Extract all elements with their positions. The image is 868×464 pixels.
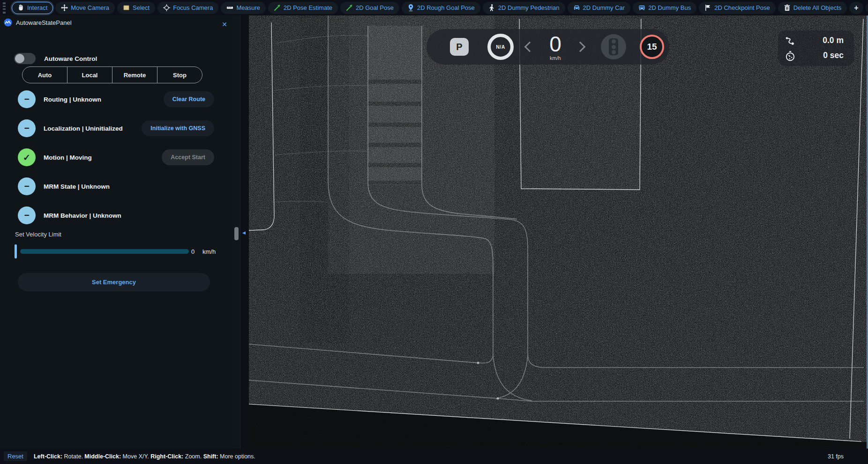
toolbar-button-focus-camera[interactable]: Focus Camera (157, 2, 218, 14)
status-unknown-minus-icon: − (18, 90, 36, 108)
toolbar-button-2d-checkpoint-pose[interactable]: 2D Checkpoint Pose (699, 2, 776, 14)
toolbar-button-label: 2D Rough Goal Pose (417, 4, 475, 11)
toolbar-button-2d-dummy-car[interactable]: 2D Dummy Car (568, 2, 631, 14)
velocity-limit-unit: km/h (202, 248, 216, 255)
crosshair-icon (163, 4, 170, 11)
toolbar-buttons: InteractMove CameraSelectFocus CameraMea… (12, 2, 868, 14)
status-unknown-minus-icon: − (18, 177, 36, 195)
toolbar-button-interact[interactable]: Interact (12, 2, 53, 14)
toolbar-button-2d-dummy-bus[interactable]: 2D Dummy Bus (633, 2, 696, 14)
velocity-limit-slider[interactable]: 0 km/h (0, 243, 233, 260)
toolbar-button-label: + (854, 4, 858, 12)
3d-viewport[interactable]: P N/A 0 km/h 15 0.0 m (249, 15, 868, 449)
panel-splitter[interactable]: ◀ (240, 15, 249, 449)
collapse-arrow-icon[interactable]: ◀ (242, 230, 246, 235)
toolbar-button-2d-dummy-pedestrian[interactable]: 2D Dummy Pedestrian (483, 2, 565, 14)
main-area: AutowareStatePanel ✕ Autoware Control Au… (0, 15, 868, 449)
slider-track[interactable] (20, 249, 189, 254)
velocity-limit-label: Set Velocity Limit (15, 231, 61, 238)
autoware-logo-icon (4, 18, 12, 27)
status-label: MRM Behavior | Unknown (44, 212, 214, 219)
toolbar-button-label: 2D Dummy Pedestrian (498, 4, 560, 11)
autoware-control-toggle[interactable] (14, 53, 36, 64)
toolbar-button-2d-pose-estimate[interactable]: 2D Pose Estimate (268, 2, 338, 14)
mouse-help-text: Left-Click: Rotate. Middle-Click: Move X… (34, 453, 255, 460)
status-label: Motion | Moving (44, 154, 162, 161)
toolbar-button-label: Measure (236, 4, 260, 11)
panel-scrollbar[interactable] (233, 15, 240, 449)
status-row: −MRM State | Unknown (18, 176, 214, 197)
status-row: −Localization | UninitializedInitialize … (18, 118, 214, 139)
velocity-limit-value: 0 (191, 248, 195, 255)
toolbar-button-label: Interact (27, 4, 47, 11)
status-label: Localization | Uninitialized (44, 125, 142, 132)
status-label: Routing | Unknown (44, 96, 164, 103)
speed-display: 0 km/h (538, 33, 573, 61)
car-icon (573, 4, 580, 11)
toolbar-button-label: 2D Checkpoint Pose (714, 4, 770, 11)
autoware-control-row: Autoware Control (14, 53, 97, 64)
move-arrows-icon (61, 4, 68, 11)
route-eta-value: 0 sec (823, 51, 844, 60)
vehicle-hud: P N/A 0 km/h 15 (427, 29, 669, 65)
status-unknown-minus-icon: − (18, 119, 36, 137)
clear-route-button[interactable]: Clear Route (164, 91, 214, 107)
toolbar-button-move-camera[interactable]: Move Camera (55, 2, 115, 14)
route-distance-row: 0.0 m (778, 34, 854, 48)
status-unknown-minus-icon: − (18, 206, 36, 224)
map-pin-icon (407, 4, 414, 11)
initialize-with-gnss-button[interactable]: Initialize with GNSS (142, 120, 214, 136)
toolbar-button-2d-rough-goal-pose[interactable]: 2D Rough Goal Pose (402, 2, 480, 14)
route-info-panel: 0.0 m 0 sec (778, 30, 854, 66)
toolbar-drag-handle-icon[interactable] (3, 2, 6, 14)
mode-button-remote[interactable]: Remote (112, 67, 157, 83)
set-emergency-button[interactable]: Set Emergency (18, 273, 210, 291)
ruler-icon (226, 4, 233, 11)
mode-button-auto[interactable]: Auto (22, 67, 67, 83)
toolbar-button-delete-all-objects[interactable]: Delete All Objects (778, 2, 847, 14)
status-row: −MRM Behavior | Unknown (18, 205, 214, 226)
reset-button[interactable]: Reset (4, 451, 27, 461)
autoware-state-panel: AutowareStatePanel ✕ Autoware Control Au… (0, 15, 233, 449)
toolbar-button-label: Focus Camera (173, 4, 213, 11)
selection-box-icon (123, 4, 130, 11)
gear-indicator: P (450, 38, 469, 56)
toolbar-button-label: Select (133, 4, 150, 11)
toolbar-button-+[interactable]: + (849, 2, 863, 14)
toolbar-button-label: Delete All Objects (793, 4, 842, 11)
mode-button-stop[interactable]: Stop (157, 67, 202, 83)
speed-unit: km/h (538, 55, 573, 61)
mode-button-local[interactable]: Local (67, 67, 112, 83)
status-ok-check-icon: ✓ (18, 148, 36, 166)
toolbar-button-2d-goal-pose[interactable]: 2D Goal Pose (340, 2, 399, 14)
green-arrow-icon (346, 4, 353, 11)
toolbar-button-label: 2D Goal Pose (356, 4, 394, 11)
chevron-left-icon (524, 42, 535, 52)
green-arrow-icon (274, 4, 281, 11)
status-label: MRM State | Unknown (44, 183, 214, 190)
speed-value: 0 (538, 33, 573, 55)
map-canvas (249, 15, 868, 449)
toolbar-button-measure[interactable]: Measure (221, 2, 266, 14)
rviz-window: InteractMove CameraSelectFocus CameraMea… (0, 0, 868, 464)
toolbar-button-−[interactable]: −▾ (866, 2, 868, 14)
operation-mode-switcher: AutoLocalRemoteStop (22, 66, 202, 83)
accept-start-button[interactable]: Accept Start (162, 149, 214, 165)
speed-limit-badge: 15 (640, 35, 664, 59)
toolbar-button-select[interactable]: Select (117, 2, 155, 14)
close-icon[interactable]: ✕ (222, 21, 227, 28)
route-eta-row: 0 sec (778, 49, 854, 63)
traffic-light-icon (601, 34, 626, 59)
slider-handle[interactable] (15, 244, 17, 258)
toggle-knob (15, 54, 24, 63)
panel-header: AutowareStatePanel (4, 18, 72, 27)
autoware-control-label: Autoware Control (44, 55, 97, 62)
steering-wheel-icon: N/A (487, 34, 514, 60)
route-path-icon (785, 36, 796, 47)
toolbar-button-label: 2D Dummy Car (583, 4, 625, 11)
scrollbar-thumb[interactable] (234, 227, 239, 240)
toolbar: InteractMove CameraSelectFocus CameraMea… (0, 0, 868, 15)
trash-icon (784, 4, 791, 11)
bus-icon (638, 4, 645, 11)
route-distance-value: 0.0 m (823, 36, 844, 45)
